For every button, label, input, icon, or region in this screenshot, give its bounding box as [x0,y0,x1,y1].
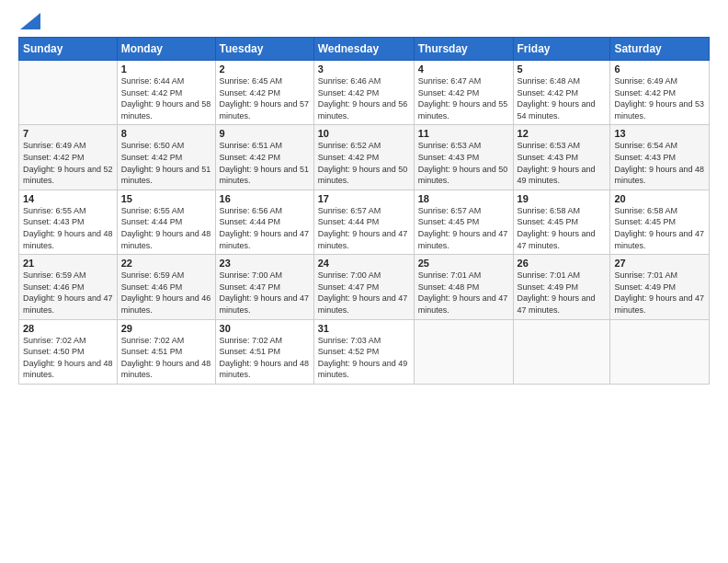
calendar-cell: 24Sunrise: 7:00 AMSunset: 4:47 PMDayligh… [313,255,414,319]
day-number: 22 [121,258,211,269]
day-detail: Sunrise: 6:49 AMSunset: 4:42 PMDaylight:… [23,141,113,185]
day-detail: Sunrise: 7:03 AMSunset: 4:52 PMDaylight:… [318,336,408,380]
calendar-cell: 9Sunrise: 6:51 AMSunset: 4:42 PMDaylight… [215,125,313,190]
calendar-cell: 30Sunrise: 7:02 AMSunset: 4:51 PMDayligh… [215,319,313,384]
day-detail: Sunrise: 7:02 AMSunset: 4:51 PMDaylight:… [220,336,310,380]
calendar-cell [513,319,610,384]
page: SundayMondayTuesdayWednesdayThursdayFrid… [0,0,728,563]
calendar-week-2: 7Sunrise: 6:49 AMSunset: 4:42 PMDaylight… [19,125,710,190]
day-detail: Sunrise: 6:53 AMSunset: 4:43 PMDaylight:… [418,141,508,185]
day-detail: Sunrise: 6:57 AMSunset: 4:45 PMDaylight:… [418,206,508,250]
calendar-cell: 10Sunrise: 6:52 AMSunset: 4:42 PMDayligh… [313,125,414,190]
calendar-cell: 27Sunrise: 7:01 AMSunset: 4:49 PMDayligh… [610,255,710,319]
calendar-cell: 16Sunrise: 6:56 AMSunset: 4:44 PMDayligh… [215,190,313,254]
calendar-table: SundayMondayTuesdayWednesdayThursdayFrid… [18,37,710,385]
calendar-header-tuesday: Tuesday [215,38,313,61]
calendar-cell: 18Sunrise: 6:57 AMSunset: 4:45 PMDayligh… [414,190,513,254]
day-number: 15 [121,193,211,204]
day-number: 25 [418,258,509,269]
day-number: 1 [121,63,211,75]
calendar-cell: 3Sunrise: 6:46 AMSunset: 4:42 PMDaylight… [313,61,414,125]
day-detail: Sunrise: 6:55 AMSunset: 4:43 PMDaylight:… [23,206,113,250]
day-number: 5 [518,63,607,75]
day-detail: Sunrise: 6:56 AMSunset: 4:44 PMDaylight:… [220,206,310,250]
day-number: 6 [614,63,705,75]
calendar-week-3: 14Sunrise: 6:55 AMSunset: 4:43 PMDayligh… [19,190,710,254]
logo [18,15,40,28]
calendar-cell: 8Sunrise: 6:50 AMSunset: 4:42 PMDaylight… [117,125,215,190]
calendar-cell: 15Sunrise: 6:55 AMSunset: 4:44 PMDayligh… [117,190,215,254]
calendar-cell: 21Sunrise: 6:59 AMSunset: 4:46 PMDayligh… [19,255,118,319]
day-number: 8 [121,128,211,139]
calendar-header-sunday: Sunday [19,38,118,61]
day-detail: Sunrise: 6:59 AMSunset: 4:46 PMDaylight:… [121,270,211,315]
calendar-cell: 22Sunrise: 6:59 AMSunset: 4:46 PMDayligh… [117,255,215,319]
calendar-cell: 6Sunrise: 6:49 AMSunset: 4:42 PMDaylight… [610,61,710,125]
day-detail: Sunrise: 6:55 AMSunset: 4:44 PMDaylight:… [121,206,211,250]
day-detail: Sunrise: 6:48 AMSunset: 4:42 PMDaylight:… [518,76,596,121]
day-detail: Sunrise: 7:00 AMSunset: 4:47 PMDaylight:… [220,270,310,315]
calendar-cell: 2Sunrise: 6:45 AMSunset: 4:42 PMDaylight… [215,61,313,125]
day-detail: Sunrise: 6:49 AMSunset: 4:42 PMDaylight:… [614,76,704,121]
calendar-cell: 5Sunrise: 6:48 AMSunset: 4:42 PMDaylight… [513,61,610,125]
day-detail: Sunrise: 7:02 AMSunset: 4:50 PMDaylight:… [23,336,113,380]
day-number: 10 [318,128,410,139]
calendar-cell: 7Sunrise: 6:49 AMSunset: 4:42 PMDaylight… [19,125,118,190]
calendar-cell: 28Sunrise: 7:02 AMSunset: 4:50 PMDayligh… [19,319,118,384]
calendar-cell: 1Sunrise: 6:44 AMSunset: 4:42 PMDaylight… [117,61,215,125]
day-detail: Sunrise: 6:52 AMSunset: 4:42 PMDaylight:… [318,141,408,185]
calendar-cell [610,319,710,384]
calendar-cell: 4Sunrise: 6:47 AMSunset: 4:42 PMDaylight… [414,61,513,125]
calendar-cell [19,61,118,125]
day-detail: Sunrise: 6:57 AMSunset: 4:44 PMDaylight:… [318,206,408,250]
day-number: 23 [220,258,310,269]
day-detail: Sunrise: 6:54 AMSunset: 4:43 PMDaylight:… [614,141,704,185]
calendar-header-saturday: Saturday [610,38,710,61]
day-detail: Sunrise: 6:51 AMSunset: 4:42 PMDaylight:… [220,141,310,185]
calendar-week-5: 28Sunrise: 7:02 AMSunset: 4:50 PMDayligh… [19,319,710,384]
day-number: 16 [220,193,310,204]
day-detail: Sunrise: 6:47 AMSunset: 4:42 PMDaylight:… [418,76,508,121]
calendar-cell: 23Sunrise: 7:00 AMSunset: 4:47 PMDayligh… [215,255,313,319]
calendar-header-friday: Friday [513,38,610,61]
day-number: 30 [220,323,310,334]
logo-icon [20,13,40,29]
calendar-cell: 19Sunrise: 6:58 AMSunset: 4:45 PMDayligh… [513,190,610,254]
day-number: 31 [318,323,410,334]
day-detail: Sunrise: 6:58 AMSunset: 4:45 PMDaylight:… [614,206,704,250]
day-detail: Sunrise: 6:53 AMSunset: 4:43 PMDaylight:… [518,141,596,185]
calendar-cell: 17Sunrise: 6:57 AMSunset: 4:44 PMDayligh… [313,190,414,254]
day-number: 7 [23,128,113,139]
day-detail: Sunrise: 6:44 AMSunset: 4:42 PMDaylight:… [121,76,211,121]
day-number: 17 [318,193,410,204]
day-number: 20 [614,193,705,204]
day-number: 2 [220,63,310,75]
calendar-cell [414,319,513,384]
calendar-header-monday: Monday [117,38,215,61]
day-number: 13 [614,128,705,139]
day-number: 27 [614,258,705,269]
day-detail: Sunrise: 7:01 AMSunset: 4:48 PMDaylight:… [418,270,508,315]
day-detail: Sunrise: 7:01 AMSunset: 4:49 PMDaylight:… [518,270,596,315]
calendar-cell: 14Sunrise: 6:55 AMSunset: 4:43 PMDayligh… [19,190,118,254]
header [18,15,710,28]
calendar-cell: 11Sunrise: 6:53 AMSunset: 4:43 PMDayligh… [414,125,513,190]
calendar-cell: 31Sunrise: 7:03 AMSunset: 4:52 PMDayligh… [313,319,414,384]
day-number: 9 [220,128,310,139]
calendar-week-1: 1Sunrise: 6:44 AMSunset: 4:42 PMDaylight… [19,61,710,125]
day-detail: Sunrise: 6:50 AMSunset: 4:42 PMDaylight:… [121,141,211,185]
calendar-cell: 25Sunrise: 7:01 AMSunset: 4:48 PMDayligh… [414,255,513,319]
day-detail: Sunrise: 6:59 AMSunset: 4:46 PMDaylight:… [23,270,113,315]
day-number: 18 [418,193,509,204]
calendar-header-thursday: Thursday [414,38,513,61]
day-number: 4 [418,63,509,75]
day-detail: Sunrise: 6:58 AMSunset: 4:45 PMDaylight:… [518,206,596,250]
day-number: 11 [418,128,509,139]
calendar-cell: 12Sunrise: 6:53 AMSunset: 4:43 PMDayligh… [513,125,610,190]
svg-marker-0 [20,13,40,29]
day-number: 3 [318,63,410,75]
day-detail: Sunrise: 6:46 AMSunset: 4:42 PMDaylight:… [318,76,408,121]
calendar-cell: 13Sunrise: 6:54 AMSunset: 4:43 PMDayligh… [610,125,710,190]
day-number: 29 [121,323,211,334]
day-number: 28 [23,323,113,334]
